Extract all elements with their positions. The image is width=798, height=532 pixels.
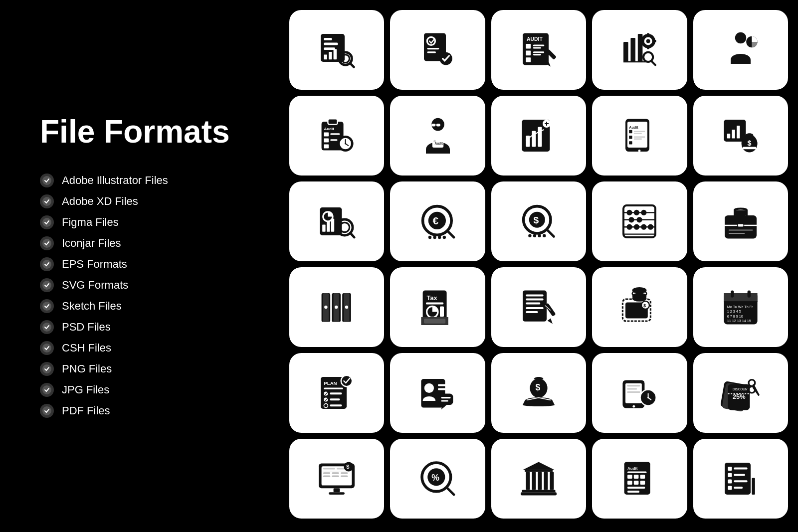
check-icon	[40, 299, 54, 313]
svg-rect-190	[330, 404, 342, 406]
svg-point-143	[324, 306, 327, 309]
svg-rect-15	[324, 47, 335, 50]
svg-point-108	[428, 236, 431, 239]
svg-rect-259	[627, 491, 639, 493]
svg-point-130	[637, 217, 642, 222]
svg-point-110	[438, 236, 441, 239]
plan-checklist-icon: PLAN	[289, 353, 384, 433]
format-label: EPS Formats	[62, 258, 127, 271]
check-icon	[40, 194, 54, 208]
svg-text:1   2   3   4   5: 1 2 3 4 5	[727, 309, 741, 314]
svg-point-191	[341, 375, 352, 386]
person-chart-icon	[693, 10, 788, 90]
svg-point-210	[647, 397, 649, 398]
format-label: Adobe Illustrator Files	[62, 174, 168, 187]
svg-rect-55	[324, 133, 329, 137]
format-label: JPG Files	[62, 383, 109, 396]
svg-rect-33	[533, 47, 541, 48]
svg-text:AUDIT: AUDIT	[527, 36, 543, 42]
abacus-icon	[592, 181, 687, 261]
svg-rect-268	[734, 487, 743, 489]
svg-rect-14	[324, 43, 338, 45]
svg-rect-158	[526, 294, 543, 296]
svg-rect-203	[627, 385, 640, 386]
svg-rect-46	[640, 40, 643, 42]
svg-rect-196	[438, 394, 453, 405]
svg-rect-251	[627, 472, 646, 473]
svg-rect-197	[441, 397, 450, 398]
svg-text:$: $	[346, 464, 350, 470]
svg-rect-246	[550, 472, 554, 490]
scissors-tag-icon: DISCOUNT 25%	[693, 353, 788, 433]
svg-rect-154	[440, 306, 444, 317]
format-label: CSH Files	[62, 342, 111, 355]
svg-rect-177	[747, 290, 750, 297]
svg-text:Mo Tu We Th Fr: Mo Tu We Th Fr	[727, 305, 753, 309]
svg-rect-264	[728, 486, 732, 490]
svg-rect-226	[323, 472, 330, 474]
svg-rect-88	[634, 139, 642, 140]
audit-search-icon	[289, 10, 384, 90]
svg-point-129	[629, 217, 634, 222]
svg-text:Audit: Audit	[627, 466, 638, 471]
check-icon	[40, 278, 54, 292]
svg-point-118	[538, 234, 541, 237]
svg-rect-269	[752, 481, 755, 495]
svg-rect-138	[737, 224, 744, 227]
svg-marker-240	[523, 462, 555, 470]
svg-point-128	[641, 210, 647, 215]
page-title: File Formats	[40, 114, 249, 149]
money-hand-icon: $	[491, 353, 586, 433]
svg-rect-100	[327, 221, 330, 232]
svg-rect-231	[341, 476, 348, 477]
svg-rect-252	[627, 475, 632, 479]
format-list: Adobe Illustrator FilesAdobe XD FilesFig…	[40, 174, 249, 418]
svg-rect-204	[627, 388, 637, 389]
svg-point-126	[627, 210, 632, 215]
svg-rect-56	[324, 139, 329, 143]
svg-point-1	[42, 197, 51, 206]
format-label: PNG Files	[62, 362, 112, 375]
svg-rect-47	[654, 40, 656, 42]
svg-line-112	[448, 232, 453, 237]
svg-text:Tax: Tax	[426, 294, 437, 302]
svg-point-206	[633, 405, 635, 408]
svg-point-9	[42, 364, 51, 373]
svg-rect-34	[533, 51, 544, 53]
svg-point-10	[42, 385, 51, 394]
svg-point-64	[345, 143, 346, 144]
svg-line-48	[651, 61, 655, 65]
svg-rect-17	[329, 52, 332, 59]
checklist-icon	[693, 439, 788, 519]
check-icon	[40, 404, 54, 418]
svg-rect-162	[526, 311, 538, 313]
svg-point-132	[634, 224, 639, 230]
svg-rect-188	[330, 398, 340, 400]
svg-line-239	[447, 488, 454, 495]
svg-rect-159	[526, 298, 543, 300]
svg-point-117	[533, 234, 536, 237]
format-item: EPS Formats	[40, 257, 249, 271]
report-magnify-icon	[289, 181, 384, 261]
svg-point-49	[643, 52, 653, 62]
format-item: Adobe Illustrator Files	[40, 174, 249, 187]
svg-text:6   7   8   9 10: 6 7 8 9 10	[727, 314, 743, 319]
svg-rect-25	[427, 51, 436, 53]
svg-text:$: $	[536, 382, 541, 392]
check-icon	[40, 215, 54, 229]
tax-document-icon: Tax	[390, 267, 485, 347]
svg-rect-227	[332, 472, 339, 474]
svg-rect-161	[526, 307, 543, 309]
audit-report-card: AUDIT	[491, 10, 586, 90]
auditor-person-icon: Audit	[390, 96, 485, 176]
svg-rect-91	[727, 134, 730, 139]
svg-point-134	[648, 224, 653, 230]
svg-point-4	[42, 260, 51, 269]
svg-rect-58	[330, 133, 340, 135]
svg-rect-37	[623, 42, 628, 62]
svg-point-2	[42, 218, 51, 227]
svg-point-8	[42, 344, 51, 353]
svg-rect-152	[426, 302, 443, 304]
money-chart-icon: $	[693, 96, 788, 176]
svg-point-7	[42, 323, 51, 332]
